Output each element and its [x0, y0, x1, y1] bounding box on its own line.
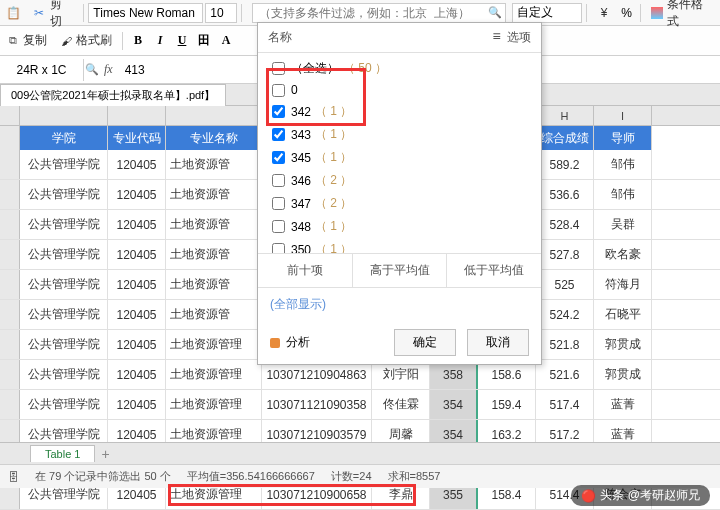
cell-total-score: 536.6 — [536, 180, 594, 209]
popup-item-count: （ 1 ） — [315, 241, 352, 253]
filter-icon: 🗄 — [8, 471, 19, 483]
popup-cancel-button[interactable]: 取消 — [467, 329, 529, 356]
popup-item-checkbox[interactable] — [272, 243, 285, 253]
popup-item-value: 350 — [291, 243, 311, 254]
paste-button[interactable] — [0, 0, 26, 25]
search-icon[interactable] — [488, 6, 502, 20]
cell-college: 公共管理学院 — [20, 240, 108, 269]
border-button[interactable]: 田 — [193, 31, 215, 51]
font-color-button[interactable]: A — [215, 31, 237, 51]
cell-college: 公共管理学院 — [20, 390, 108, 419]
cell-total-score: 525 — [536, 270, 594, 299]
custom-select[interactable] — [512, 3, 582, 23]
col-h[interactable]: H — [536, 106, 594, 125]
table-row[interactable]: 公共管理学院 120405 土地资源管理 103071121090358 佟佳霖… — [0, 390, 720, 420]
cell-college: 公共管理学院 — [20, 210, 108, 239]
cell-tutor: 邹伟 — [594, 180, 652, 209]
popup-show-all-link[interactable]: (全部显示) — [258, 288, 541, 321]
percent-icon[interactable]: % — [621, 6, 632, 20]
currency-icon[interactable] — [597, 6, 611, 20]
popup-item[interactable]: 347 （ 2 ） — [258, 192, 541, 215]
hdr-major-name[interactable]: 专业名称 — [166, 126, 262, 150]
popup-item-count: （ 1 ） — [315, 149, 352, 166]
cell-college: 公共管理学院 — [20, 300, 108, 329]
cell-major: 土地资源管 — [166, 300, 262, 329]
cell-total-score: 524.2 — [536, 300, 594, 329]
font-name-select[interactable] — [88, 3, 203, 23]
paste-icon — [6, 6, 20, 20]
format-painter-label: 格式刷 — [76, 32, 112, 49]
popup-select-all[interactable]: （全选）（ 50 ） — [258, 57, 541, 80]
cell-college: 公共管理学院 — [20, 270, 108, 299]
add-sheet-button[interactable]: + — [95, 446, 115, 462]
popup-value-list[interactable]: （全选）（ 50 ） 0 342 （ 1 ） 343 （ 1 ） 345 （ 1… — [258, 53, 541, 253]
popup-item-checkbox[interactable] — [272, 197, 285, 210]
cell-total-score: 589.2 — [536, 150, 594, 179]
autofilter-popup: 名称 选项 （全选）（ 50 ） 0 342 （ 1 ） 343 （ 1 ） 3… — [257, 22, 542, 365]
popup-item-checkbox[interactable] — [272, 128, 285, 141]
cell-major: 土地资源管 — [166, 240, 262, 269]
hdr-college[interactable]: 学院 — [20, 126, 108, 150]
popup-item-count: （ 1 ） — [315, 103, 352, 120]
cell-init-score: 354 — [430, 390, 478, 419]
popup-item[interactable]: 343 （ 1 ） — [258, 123, 541, 146]
cell-id: 103071121090358 — [262, 390, 372, 419]
bold-button[interactable]: B — [127, 31, 149, 51]
popup-tab-top10[interactable]: 前十项 — [258, 254, 353, 287]
cond-format-button[interactable]: 条件格式 — [645, 0, 720, 25]
cell-major: 土地资源管 — [166, 270, 262, 299]
active-file-tab[interactable]: 009公管院2021年硕士拟录取名单】.pdf】 — [0, 84, 226, 106]
popup-options-button[interactable]: 选项 — [490, 29, 531, 46]
cell-major: 土地资源管 — [166, 150, 262, 179]
cell-tutor: 邹伟 — [594, 150, 652, 179]
sheet-tab-bar: Table 1 + — [0, 442, 720, 464]
popup-item-zero[interactable]: 0 — [258, 80, 541, 100]
font-size-select[interactable] — [205, 3, 237, 23]
popup-item[interactable]: 350 （ 1 ） — [258, 238, 541, 253]
sheet-tab-active[interactable]: Table 1 — [30, 445, 95, 462]
hdr-total-score[interactable]: 综合成绩 — [536, 126, 594, 150]
copy-button[interactable]: 复制 — [0, 32, 53, 49]
popup-item[interactable]: 345 （ 1 ） — [258, 146, 541, 169]
zoom-icon[interactable] — [84, 63, 100, 77]
popup-item[interactable]: 348 （ 1 ） — [258, 215, 541, 238]
column-filter-input[interactable] — [252, 3, 506, 23]
popup-item-checkbox[interactable] — [272, 174, 285, 187]
watermark: 🔴 头条 @考研赵师兄 — [571, 485, 710, 506]
cell-tutor: 蓝菁 — [594, 390, 652, 419]
copy-label: 复制 — [23, 32, 47, 49]
watermark-text: 头条 @考研赵师兄 — [600, 487, 700, 504]
cell-total-score: 517.4 — [536, 390, 594, 419]
copy-icon — [6, 34, 20, 48]
italic-button[interactable]: I — [149, 31, 171, 51]
popup-analyze-button[interactable]: 分析 — [270, 334, 310, 351]
cell-reference-box[interactable]: 24R x 1C — [0, 59, 84, 81]
hdr-tutor[interactable]: 导师 — [594, 126, 652, 150]
cut-button[interactable]: 剪切 — [26, 6, 79, 19]
format-painter-button[interactable]: 格式刷 — [53, 32, 118, 49]
popup-item[interactable]: 346 （ 2 ） — [258, 169, 541, 192]
popup-item-checkbox[interactable] — [272, 151, 285, 164]
hdr-major-code[interactable]: 专业代码 — [108, 126, 166, 150]
popup-item-checkbox[interactable] — [272, 105, 285, 118]
cell-major: 土地资源管理 — [166, 360, 262, 389]
cell-re-score: 159.4 — [478, 390, 536, 419]
popup-item[interactable]: 342 （ 1 ） — [258, 100, 541, 123]
popup-item-value: 347 — [291, 197, 311, 211]
cell-code: 120405 — [108, 330, 166, 359]
popup-item-checkbox[interactable] — [272, 220, 285, 233]
watermark-logo-icon: 🔴 — [581, 489, 596, 503]
popup-tab-above-avg[interactable]: 高于平均值 — [353, 254, 448, 287]
underline-button[interactable]: U — [171, 31, 193, 51]
popup-quick-filters: 前十项 高于平均值 低于平均值 — [258, 253, 541, 288]
popup-item-value: 345 — [291, 151, 311, 165]
cell-tutor: 郭贯成 — [594, 330, 652, 359]
col-i[interactable]: I — [594, 106, 652, 125]
scissors-icon — [32, 6, 46, 20]
popup-ok-button[interactable]: 确定 — [394, 329, 456, 356]
popup-tab-below-avg[interactable]: 低于平均值 — [447, 254, 541, 287]
cond-format-label: 条件格式 — [667, 0, 714, 30]
cell-name: 佟佳霖 — [372, 390, 430, 419]
cell-total-score: 521.6 — [536, 360, 594, 389]
cond-format-icon — [651, 7, 663, 19]
